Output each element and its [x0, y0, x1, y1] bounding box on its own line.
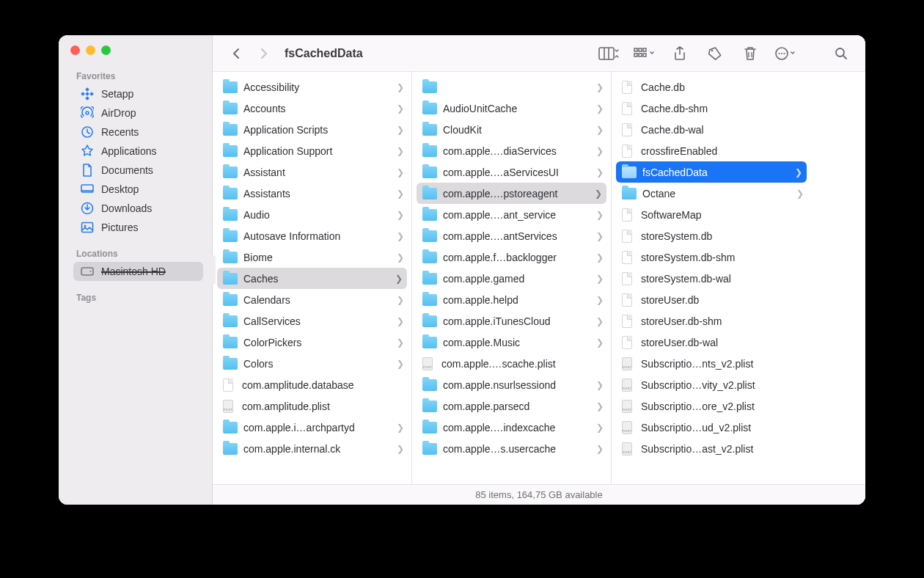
file-icon — [622, 272, 632, 285]
folder-icon — [223, 422, 238, 434]
folder-row[interactable]: Application Support❯ — [213, 140, 411, 161]
file-row[interactable]: Subscriptio…nts_v2.plist — [612, 353, 811, 374]
disk-icon — [81, 265, 94, 278]
file-row[interactable]: storeUser.db-shm — [612, 310, 811, 332]
item-name: com.amplitude.database — [242, 379, 391, 391]
folder-row[interactable]: com.apple.helpd❯ — [412, 289, 611, 310]
item-name: Cache.db-wal — [641, 124, 791, 136]
folder-row[interactable]: com.apple.…diaServices❯ — [412, 140, 611, 161]
folder-row[interactable]: CloudKit❯ — [412, 119, 611, 140]
item-name: com.apple.parsecd — [443, 400, 590, 412]
folder-row[interactable]: Colors❯ — [213, 353, 411, 374]
view-columns-button[interactable] — [598, 43, 620, 64]
folder-row[interactable]: com.apple.Music❯ — [412, 332, 611, 353]
sidebar-item-disk[interactable]: Macintosh HD — [73, 262, 203, 281]
trash-button[interactable] — [739, 43, 761, 64]
status-bar: 85 items, 164,75 GB available — [213, 484, 865, 505]
folder-row[interactable]: ColorPickers❯ — [213, 332, 411, 353]
sidebar-item-pictures[interactable]: Pictures — [73, 218, 203, 237]
folder-row[interactable]: Accounts❯ — [213, 98, 411, 119]
folder-row[interactable]: fsCachedData❯ — [616, 161, 807, 183]
file-icon — [622, 230, 632, 243]
file-row[interactable]: Subscriptio…ast_v2.plist — [612, 438, 811, 459]
sidebar-item-airdrop[interactable]: AirDrop — [73, 103, 203, 122]
item-name: Cache.db — [641, 81, 791, 93]
share-button[interactable] — [669, 43, 691, 64]
folder-row[interactable]: Audio❯ — [213, 204, 411, 225]
folder-row[interactable]: Caches❯ — [217, 268, 407, 289]
file-row[interactable]: storeUser.db — [612, 289, 811, 310]
fullscreen-window-button[interactable] — [101, 45, 111, 55]
file-row[interactable]: Subscriptio…ore_v2.plist — [612, 395, 811, 417]
folder-icon — [422, 400, 437, 412]
folder-row[interactable]: com.apple.parsecd❯ — [412, 395, 611, 417]
svg-rect-12 — [81, 268, 93, 275]
folder-row[interactable]: com.apple…s.usercache❯ — [412, 438, 611, 459]
file-row[interactable]: com.amplitude.plist — [213, 395, 411, 417]
desktop-icon — [81, 183, 94, 196]
svg-rect-3 — [89, 92, 94, 96]
folder-row[interactable]: Biome❯ — [213, 246, 411, 268]
back-button[interactable] — [226, 43, 248, 64]
folder-row[interactable]: com.apple.nsurlsessiond❯ — [412, 374, 611, 395]
folder-row[interactable]: com.apple.internal.ck❯ — [213, 438, 411, 459]
sidebar-item-documents[interactable]: Documents — [73, 161, 203, 180]
sidebar-item-desktop[interactable]: Desktop — [73, 180, 203, 199]
sidebar-item-label: Pictures — [101, 222, 139, 233]
file-row[interactable]: Subscriptio…vity_v2.plist — [612, 374, 811, 395]
folder-row[interactable]: Calendars❯ — [213, 289, 411, 310]
folder-row[interactable]: Autosave Information❯ — [213, 225, 411, 246]
svg-rect-19 — [643, 48, 646, 51]
file-row[interactable]: crossfireEnabled — [612, 140, 811, 161]
more-actions-button[interactable] — [774, 43, 796, 64]
folder-row[interactable]: Accessibility❯ — [213, 76, 411, 98]
item-name: com.apple.internal.ck — [243, 443, 391, 455]
folder-row[interactable]: com.apple.…pstoreagent❯ — [417, 183, 606, 204]
forward-button[interactable] — [252, 43, 274, 64]
folder-row[interactable]: com.apple.…aServicesUI❯ — [412, 161, 611, 183]
folder-row[interactable]: com.apple.i…archpartyd❯ — [213, 417, 411, 438]
file-row[interactable]: Cache.db — [612, 76, 811, 98]
file-row[interactable]: com.apple.…scache.plist — [412, 353, 611, 374]
sidebar-item-setapp[interactable]: Setapp — [73, 84, 203, 103]
folder-icon — [223, 273, 238, 285]
file-row[interactable]: storeSystem.db-shm — [612, 246, 811, 268]
folder-row[interactable]: Assistant❯ — [213, 161, 411, 183]
file-icon — [622, 102, 632, 115]
folder-row[interactable]: Application Scripts❯ — [213, 119, 411, 140]
folder-icon — [223, 124, 238, 136]
folder-row[interactable]: com.apple.…indexcache❯ — [412, 417, 611, 438]
minimize-window-button[interactable] — [86, 45, 95, 55]
folder-row[interactable]: Octane❯ — [612, 183, 811, 204]
file-row[interactable]: Cache.db-wal — [612, 119, 811, 140]
file-row[interactable]: Cache.db-shm — [612, 98, 811, 119]
folder-row[interactable]: CallServices❯ — [213, 310, 411, 332]
folder-row[interactable]: com.apple.f…backlogger❯ — [412, 246, 611, 268]
folder-row[interactable]: AudioUnitCache❯ — [412, 98, 611, 119]
file-row[interactable]: SoftwareMap — [612, 204, 811, 225]
sidebar-item-applications[interactable]: Applications — [73, 142, 203, 161]
sidebar-item-downloads[interactable]: Downloads — [73, 199, 203, 218]
file-row[interactable]: storeUser.db-wal — [612, 332, 811, 353]
item-name: storeSystem.db-wal — [641, 273, 791, 285]
chevron-right-icon: ❯ — [596, 125, 604, 135]
tags-button[interactable] — [704, 43, 726, 64]
folder-row[interactable]: Assistants❯ — [213, 183, 411, 204]
close-window-button[interactable] — [70, 45, 80, 55]
file-row[interactable]: Subscriptio…ud_v2.plist — [612, 417, 811, 438]
folder-row[interactable]: com.apple.gamed❯ — [412, 268, 611, 289]
folder-row[interactable]: ❯ — [412, 76, 611, 98]
sidebar-item-recents[interactable]: Recents — [73, 122, 203, 142]
folder-row[interactable]: com.apple.…ant_service❯ — [412, 204, 611, 225]
folder-row[interactable]: com.apple.…antServices❯ — [412, 225, 611, 246]
file-row[interactable]: storeSystem.db — [612, 225, 811, 246]
item-name: storeUser.db — [641, 294, 791, 306]
chevron-right-icon: ❯ — [596, 337, 604, 348]
file-icon — [622, 208, 632, 222]
file-row[interactable]: storeSystem.db-wal — [612, 268, 811, 289]
group-by-button[interactable] — [634, 43, 656, 64]
search-button[interactable] — [830, 43, 852, 64]
folder-row[interactable]: com.apple.iTunesCloud❯ — [412, 310, 611, 332]
file-row[interactable]: com.amplitude.database — [213, 374, 411, 395]
item-name: Colors — [243, 358, 391, 370]
